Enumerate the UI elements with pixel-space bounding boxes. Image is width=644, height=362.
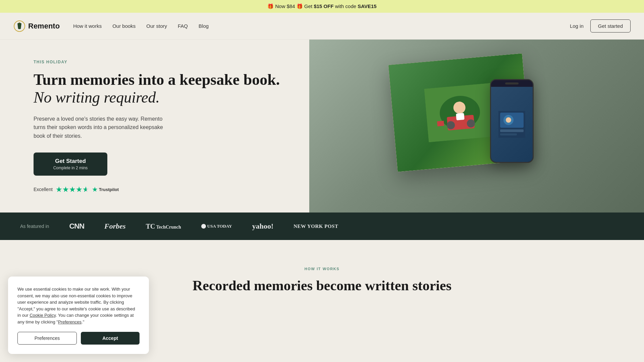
trustpilot-label: Excellent: [34, 187, 53, 192]
phone-screen: [491, 87, 533, 162]
nav-item-faq[interactable]: FAQ: [178, 23, 188, 29]
top-banner: 🎁 Now $84 🎁 Get $15 OFF with code SAVE15: [0, 0, 644, 13]
hero-eyebrow: THIS HOLIDAY: [34, 60, 289, 64]
phone-notch-bar: [505, 82, 519, 84]
trustpilot-brand-text: Trustpilot: [99, 187, 119, 192]
navbar-links: How it works Our books Our story FAQ Blo…: [73, 23, 570, 29]
nav-link-how-it-works[interactable]: How it works: [73, 23, 102, 29]
navbar: Remento How it works Our books Our story…: [0, 13, 644, 40]
star-3: [69, 186, 75, 192]
banner-offer: Get $15 OFF with code SAVE15: [304, 3, 377, 9]
logo-text: Remento: [28, 22, 60, 31]
banner-text: Now $84: [275, 3, 296, 9]
trustpilot-star-icon: [92, 187, 98, 192]
star-5-half: [83, 186, 89, 192]
trustpilot-stars: [56, 186, 89, 192]
phone-mockup: [490, 79, 534, 163]
nav-link-our-books[interactable]: Our books: [112, 23, 136, 29]
nav-link-our-story[interactable]: Our story: [146, 23, 167, 29]
cookie-policy-link[interactable]: Cookie Policy: [30, 313, 56, 314]
svg-rect-8: [456, 113, 465, 120]
trustpilot-brand: Trustpilot: [92, 187, 119, 192]
nav-item-our-story[interactable]: Our story: [146, 23, 167, 29]
nav-link-faq[interactable]: FAQ: [178, 23, 188, 29]
logo[interactable]: Remento: [13, 20, 60, 32]
nav-link-blog[interactable]: Blog: [199, 23, 209, 29]
logo-icon: [13, 20, 25, 32]
cookie-banner: We use essential cookies to make our sit…: [8, 277, 149, 314]
hero-left: THIS HOLIDAY Turn memories into a keepsa…: [0, 40, 309, 213]
svg-point-12: [506, 117, 511, 123]
cookie-text: We use essential cookies to make our sit…: [17, 286, 140, 314]
hero-section: THIS HOLIDAY Turn memories into a keepsa…: [0, 40, 644, 213]
star-4: [76, 186, 82, 192]
nav-item-how-it-works[interactable]: How it works: [73, 23, 102, 29]
phone-notch: [491, 80, 533, 87]
get-started-sub-label: Complete in 2 mins: [53, 166, 88, 170]
hero-description: Preserve a loved one's stories the easy …: [34, 115, 174, 140]
featured-logos: CNN Forbes TC TechCrunch USA TODAY yahoo…: [69, 222, 338, 231]
hero-title: Turn memories into a keepsake book. No w…: [34, 71, 289, 107]
login-button[interactable]: Log in: [570, 23, 584, 29]
get-started-label: Get Started: [55, 158, 86, 165]
star-1: [56, 186, 62, 192]
hero-title-italic: No writing required.: [34, 89, 160, 106]
usa-dot-icon: [201, 224, 206, 229]
book-photo-svg: [424, 83, 495, 142]
navbar-right: Log in Get started: [570, 19, 631, 33]
get-started-nav-button[interactable]: Get started: [590, 19, 631, 33]
nav-item-blog[interactable]: Blog: [199, 23, 209, 29]
how-it-works-eyebrow: HOW IT WORKS: [34, 267, 610, 271]
phone-screen-svg: [498, 111, 525, 138]
trustpilot-row: Excellent Trustpilot: [34, 186, 289, 192]
hero-visual: [393, 59, 560, 193]
featured-label: As featured in: [20, 224, 49, 229]
logo-usatoday: USA TODAY: [201, 224, 232, 229]
svg-rect-13: [500, 129, 524, 132]
featured-bar: As featured in CNN Forbes TC TechCrunch …: [0, 213, 644, 240]
get-started-button[interactable]: Get Started Complete in 2 mins: [34, 153, 107, 176]
hero-title-plain: Turn memories into a keepsake book.: [34, 71, 280, 88]
hero-placeholder: [309, 40, 644, 213]
nav-item-our-books[interactable]: Our books: [112, 23, 136, 29]
logo-nypost: NEW YORK POST: [293, 224, 338, 229]
svg-rect-14: [500, 133, 517, 135]
star-2: [63, 186, 69, 192]
gift-icon-right: 🎁: [297, 3, 303, 9]
logo-forbes: Forbes: [104, 222, 126, 231]
hero-image: [309, 40, 644, 213]
logo-techcrunch: TC TechCrunch: [146, 223, 181, 230]
gift-icon-left: 🎁: [267, 3, 274, 9]
logo-cnn: CNN: [69, 222, 84, 231]
svg-rect-6: [437, 121, 444, 126]
logo-yahoo: yahoo!: [252, 222, 274, 231]
